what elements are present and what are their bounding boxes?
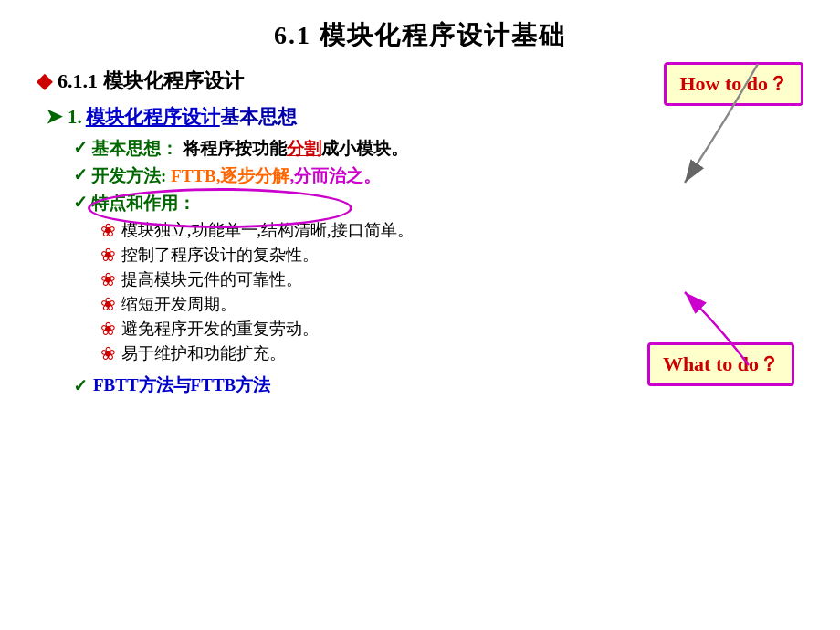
flower-text-2: 控制了程序设计的复杂性。 — [121, 244, 319, 266]
page-container: 6.1 模块化程序设计基础 How to do？ What to do？ ◆ 6… — [0, 0, 840, 630]
main-title: 6.1 模块化程序设计基础 — [37, 18, 803, 53]
check-icon-3: ✓ — [73, 192, 88, 213]
checkmark-features: ✓ 特点和作用： — [73, 192, 803, 215]
flower-text-3: 提高模块元件的可靠性。 — [121, 268, 302, 290]
flower-icon-3: ❀ — [100, 268, 116, 290]
sub-heading-blue: 模块化程序设计 — [86, 104, 220, 130]
flower-icon-5: ❀ — [100, 318, 116, 340]
sub-heading-number: 1. — [68, 106, 82, 129]
check-icon-last: ✓ — [73, 375, 88, 396]
sub-heading: ➤ 1. 模块化程序设计 基本思想 — [46, 104, 803, 130]
features-text: 特点和作用： — [91, 192, 195, 215]
flower-item-1: ❀ 模块独立,功能单一,结构清晰,接口简单。 — [100, 219, 803, 241]
flower-item-5: ❀ 避免程序开发的重复劳动。 — [100, 318, 803, 340]
flower-item-4: ❀ 缩短开发周期。 — [100, 293, 803, 315]
last-checkmark-text: FBTT方法与FTTB方法 — [93, 373, 270, 397]
flower-text-5: 避免程序开发的重复劳动。 — [121, 318, 319, 340]
flower-item-2: ❀ 控制了程序设计的复杂性。 — [100, 244, 803, 266]
flower-text-1: 模块独立,功能单一,结构清晰,接口简单。 — [121, 219, 414, 241]
flower-text-6: 易于维护和功能扩充。 — [121, 342, 286, 364]
section-heading-text: 6.1.1 模块化程序设计 — [58, 68, 244, 95]
how-to-do-box: How to do？ — [664, 62, 803, 106]
flower-item-3: ❀ 提高模块元件的可靠性。 — [100, 268, 803, 290]
sub-heading-black: 基本思想 — [220, 104, 297, 130]
flower-icon-6: ❀ — [100, 342, 116, 364]
flower-icon-1: ❀ — [100, 219, 116, 241]
checkmark-basic-thought: ✓ 基本思想： 将程序按功能分割成小模块。 — [73, 137, 803, 161]
arrow-bullet-icon: ➤ — [46, 105, 62, 129]
flower-text-4: 缩短开发周期。 — [121, 293, 236, 315]
flower-icon-2: ❀ — [100, 244, 116, 266]
flower-icon-4: ❀ — [100, 293, 116, 315]
basic-thought-text: 基本思想： 将程序按功能分割成小模块。 — [91, 137, 408, 161]
check-icon-1: ✓ — [73, 137, 88, 158]
dev-method-text: 开发方法: FTTB,逐步分解,分而治之。 — [91, 164, 381, 188]
checkmark-dev-method: ✓ 开发方法: FTTB,逐步分解,分而治之。 — [73, 164, 803, 188]
fttb-text: FTTB,逐步分解 — [171, 166, 289, 185]
diamond-icon: ◆ — [37, 69, 52, 93]
what-to-do-box: What to do？ — [647, 342, 794, 386]
check-icon-2: ✓ — [73, 164, 88, 185]
